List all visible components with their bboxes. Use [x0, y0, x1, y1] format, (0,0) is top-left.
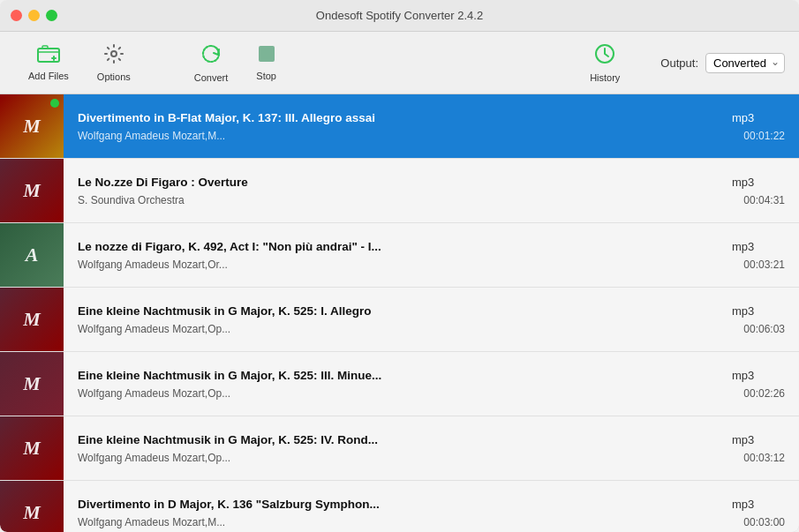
add-files-icon: [37, 44, 60, 67]
track-title: Le nozze di Figaro, K. 492, Act I: "Non …: [78, 240, 732, 253]
track-thumbnail: M: [0, 481, 64, 532]
track-info: Eine kleine Nachtmusik in G Major, K. 52…: [64, 296, 799, 344]
track-row[interactable]: M Eine kleine Nachtmusik in G Major, K. …: [0, 352, 799, 416]
track-bottom: Wolfgang Amadeus Mozart,Op... 00:02:26: [78, 387, 785, 400]
minimize-button[interactable]: [28, 10, 40, 21]
track-bottom: Wolfgang Amadeus Mozart,Or... 00:03:21: [78, 259, 785, 271]
track-thumb-image: M: [0, 159, 64, 222]
track-thumbnail: A: [0, 223, 64, 287]
output-area: Output: Converted Custom...: [660, 53, 785, 73]
track-format: mp3: [732, 240, 785, 253]
track-thumb-image: A: [0, 223, 64, 287]
output-label: Output:: [660, 56, 698, 70]
track-row[interactable]: M Divertimento in B-Flat Major, K. 137: …: [0, 94, 799, 159]
track-thumbnail: M: [0, 159, 64, 222]
track-duration: 00:06:03: [743, 323, 785, 335]
track-format: mp3: [732, 498, 785, 511]
track-duration: 00:03:00: [743, 516, 785, 528]
track-duration: 00:03:21: [743, 259, 785, 271]
track-artist: S. Soundiva Orchestra: [78, 194, 729, 206]
track-thumb-image: M: [0, 288, 64, 351]
track-thumb-image: M: [0, 481, 64, 532]
track-thumb-image: M: [0, 94, 64, 158]
track-info: Le nozze di Figaro, K. 492, Act I: "Non …: [64, 231, 799, 280]
svg-rect-0: [38, 49, 59, 62]
track-row[interactable]: M Eine kleine Nachtmusik in G Major, K. …: [0, 288, 799, 352]
svg-point-1: [111, 51, 117, 56]
track-title: Divertimento in D Major, K. 136 "Salzbur…: [78, 498, 732, 511]
track-top: Le nozze di Figaro, K. 492, Act I: "Non …: [78, 240, 785, 253]
track-top: Eine kleine Nachtmusik in G Major, K. 52…: [78, 369, 785, 382]
history-icon: [593, 42, 616, 69]
track-bottom: S. Soundiva Orchestra 00:04:31: [78, 194, 785, 206]
track-format: mp3: [732, 369, 785, 382]
options-label: Options: [97, 71, 131, 82]
add-files-label: Add Files: [28, 71, 69, 81]
track-info: Eine kleine Nachtmusik in G Major, K. 52…: [64, 424, 799, 473]
convert-label: Convert: [194, 72, 229, 83]
track-artist: Wolfgang Amadeus Mozart,Op...: [78, 323, 729, 335]
track-thumbnail: M: [0, 288, 64, 351]
track-row[interactable]: M Eine kleine Nachtmusik in G Major, K. …: [0, 416, 799, 481]
track-bottom: Wolfgang Amadeus Mozart,Op... 00:06:03: [78, 323, 785, 335]
output-select-wrapper: Converted Custom...: [705, 53, 785, 73]
app-window: Ondesoft Spotify Converter 2.4.2 Add Fil…: [0, 0, 799, 532]
add-files-button[interactable]: Add Files: [14, 41, 83, 85]
stop-icon: [257, 44, 276, 67]
track-duration: 00:01:22: [743, 130, 785, 142]
stop-button[interactable]: Stop: [242, 41, 290, 85]
track-title: Eine kleine Nachtmusik in G Major, K. 52…: [78, 433, 732, 446]
track-top: Eine kleine Nachtmusik in G Major, K. 52…: [78, 304, 785, 318]
track-format: mp3: [732, 304, 785, 318]
track-row[interactable]: M Divertimento in D Major, K. 136 "Salzb…: [0, 481, 799, 532]
track-list: M Divertimento in B-Flat Major, K. 137: …: [0, 94, 799, 532]
options-icon: [103, 43, 124, 68]
track-bottom: Wolfgang Amadeus Mozart,Op... 00:03:12: [78, 452, 785, 464]
track-thumb-image: M: [0, 416, 64, 480]
track-info: Eine kleine Nachtmusik in G Major, K. 52…: [64, 360, 799, 408]
track-bottom: Wolfgang Amadeus Mozart,M... 00:01:22: [78, 130, 785, 142]
track-bottom: Wolfgang Amadeus Mozart,M... 00:03:00: [78, 516, 785, 528]
convert-button[interactable]: Convert: [180, 39, 243, 86]
history-button[interactable]: History: [576, 39, 634, 86]
track-duration: 00:03:12: [743, 452, 785, 464]
track-top: Divertimento in B-Flat Major, K. 137: II…: [78, 111, 785, 124]
track-row[interactable]: A Le nozze di Figaro, K. 492, Act I: "No…: [0, 223, 799, 288]
output-select[interactable]: Converted Custom...: [705, 53, 785, 73]
track-thumbnail: M: [0, 94, 64, 158]
track-info: Divertimento in D Major, K. 136 "Salzbur…: [64, 489, 799, 533]
track-thumbnail: M: [0, 416, 64, 480]
track-artist: Wolfgang Amadeus Mozart,M...: [78, 516, 729, 528]
track-title: Le No.zze Di Figaro : Overture: [78, 176, 732, 189]
close-button[interactable]: [11, 10, 22, 21]
track-format: mp3: [732, 176, 785, 189]
stop-label: Stop: [256, 71, 276, 81]
track-thumb-image: M: [0, 352, 64, 416]
track-title: Divertimento in B-Flat Major, K. 137: II…: [78, 111, 732, 124]
toolbar: Add Files Options Convert: [0, 32, 799, 94]
track-row[interactable]: M Le No.zze Di Figaro : Overture mp3 S. …: [0, 159, 799, 223]
history-label: History: [590, 72, 620, 83]
track-duration: 00:02:26: [743, 387, 785, 400]
convert-icon: [200, 42, 222, 69]
track-title: Eine kleine Nachtmusik in G Major, K. 52…: [78, 304, 732, 318]
track-format: mp3: [732, 433, 785, 446]
window-title: Ondesoft Spotify Converter 2.4.2: [316, 9, 483, 22]
track-top: Le No.zze Di Figaro : Overture mp3: [78, 176, 785, 189]
converted-dot: [50, 99, 59, 108]
track-top: Divertimento in D Major, K. 136 "Salzbur…: [78, 498, 785, 511]
track-title: Eine kleine Nachtmusik in G Major, K. 52…: [78, 369, 732, 382]
svg-rect-2: [259, 46, 275, 62]
track-artist: Wolfgang Amadeus Mozart,Op...: [78, 452, 729, 464]
title-bar: Ondesoft Spotify Converter 2.4.2: [0, 0, 799, 32]
track-artist: Wolfgang Amadeus Mozart,Op...: [78, 387, 729, 400]
window-controls: [11, 10, 57, 21]
track-format: mp3: [732, 111, 785, 124]
options-button[interactable]: Options: [83, 40, 145, 86]
track-artist: Wolfgang Amadeus Mozart,M...: [78, 130, 729, 142]
maximize-button[interactable]: [46, 10, 57, 21]
track-thumbnail: M: [0, 352, 64, 416]
track-duration: 00:04:31: [743, 194, 785, 206]
track-artist: Wolfgang Amadeus Mozart,Or...: [78, 259, 729, 271]
track-info: Le No.zze Di Figaro : Overture mp3 S. So…: [64, 167, 799, 215]
